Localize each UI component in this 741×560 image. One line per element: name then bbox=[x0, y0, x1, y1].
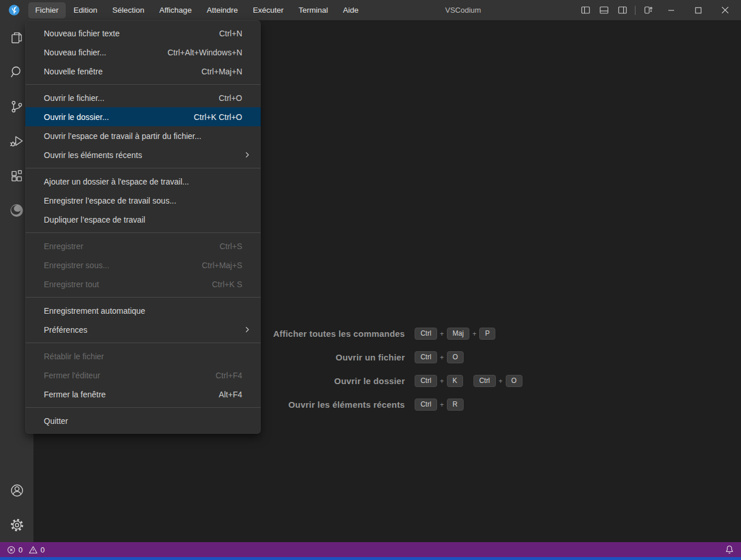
keyboard-key: O bbox=[506, 375, 522, 387]
menu-item-label: Fermer l'éditeur bbox=[44, 371, 100, 380]
menu-item-new-file[interactable]: Nouveau fichier...Ctrl+Alt+Windows+N bbox=[25, 43, 261, 62]
menu-item-label: Nouvelle fenêtre bbox=[44, 67, 103, 76]
error-count: 0 bbox=[18, 546, 22, 554]
menu-separator bbox=[25, 407, 261, 408]
menu-item-label: Fermer la fenêtre bbox=[44, 390, 106, 399]
watermark-shortcut-keys: Ctrl+O bbox=[415, 351, 464, 363]
menu-separator bbox=[25, 297, 261, 298]
menu-item-shortcut: Ctrl+Maj+S bbox=[188, 261, 251, 270]
accounts-icon[interactable] bbox=[0, 473, 33, 508]
close-button[interactable] bbox=[712, 0, 739, 20]
error-icon bbox=[7, 546, 16, 554]
menu-item-open-file[interactable]: Ouvrir le fichier...Ctrl+O bbox=[25, 88, 261, 107]
keyboard-key: P bbox=[479, 328, 495, 340]
menu-item-label: Ouvrir les éléments récents bbox=[44, 151, 142, 160]
watermark-shortcut-keys: Ctrl+R bbox=[415, 399, 463, 411]
menu-item-quit[interactable]: Quitter bbox=[25, 411, 261, 430]
minimize-button[interactable] bbox=[657, 0, 684, 20]
menu-item-shortcut: Ctrl+S bbox=[206, 242, 251, 251]
keyboard-key: K bbox=[447, 375, 463, 387]
menu-item-label: Dupliquer l’espace de travail bbox=[44, 215, 145, 224]
toggle-panel-right-icon[interactable] bbox=[613, 0, 631, 20]
menu-item-save-workspace-as[interactable]: Enregistrer l’espace de travail sous... bbox=[25, 191, 261, 210]
keyboard-key: O bbox=[447, 351, 464, 363]
menu-item-save: EnregistrerCtrl+S bbox=[25, 236, 261, 255]
keyboard-key: Maj bbox=[447, 328, 469, 340]
warning-icon bbox=[29, 546, 37, 554]
bottom-accent-strip bbox=[0, 557, 741, 560]
titlebar: FichierEditionSélectionAffichageAtteindr… bbox=[0, 0, 741, 20]
menu-item-close-editor: Fermer l'éditeurCtrl+F4 bbox=[25, 366, 261, 385]
menu-separator bbox=[25, 343, 261, 343]
watermark-shortcut-label: Ouvrir les éléments récents bbox=[288, 400, 405, 409]
key-plus: + bbox=[440, 354, 444, 362]
menu-item-label: Ouvrir le dossier... bbox=[44, 112, 109, 122]
menu-item-shortcut: Ctrl+Maj+N bbox=[187, 67, 251, 76]
menubar-item-sélection[interactable]: Sélection bbox=[106, 2, 152, 18]
menu-item-shortcut: Ctrl+K Ctrl+O bbox=[180, 112, 251, 122]
menu-item-save-all: Enregistrer toutCtrl+K S bbox=[25, 275, 261, 294]
status-bar: 0 0 bbox=[0, 542, 741, 557]
menu-item-close-window[interactable]: Fermer la fenêtreAlt+F4 bbox=[25, 385, 261, 404]
key-plus: + bbox=[499, 377, 503, 385]
key-plus: + bbox=[440, 401, 444, 409]
keyboard-key: Ctrl bbox=[415, 375, 437, 387]
notifications-bell-icon[interactable] bbox=[725, 545, 734, 554]
menu-item-open-workspace-from-file[interactable]: Ouvrir l’espace de travail à partir du f… bbox=[25, 126, 261, 145]
menubar-item-exécuter[interactable]: Exécuter bbox=[246, 2, 290, 18]
vscodium-logo-icon bbox=[8, 4, 20, 16]
warning-count: 0 bbox=[40, 546, 44, 554]
menu-item-label: Enregistrer bbox=[44, 242, 83, 251]
menu-item-new-text-file[interactable]: Nouveau fichier texteCtrl+N bbox=[25, 24, 261, 43]
menu-item-shortcut: Ctrl+F4 bbox=[202, 371, 251, 380]
menubar-item-fichier[interactable]: Fichier bbox=[28, 2, 66, 18]
menubar-item-atteindre[interactable]: Atteindre bbox=[200, 2, 245, 18]
menu-item-label: Nouveau fichier... bbox=[44, 48, 106, 57]
watermark-shortcut-label: Afficher toutes les commandes bbox=[273, 329, 405, 339]
menubar-item-terminal[interactable]: Terminal bbox=[292, 2, 335, 18]
menu-item-open-folder[interactable]: Ouvrir le dossier...Ctrl+K Ctrl+O bbox=[25, 107, 261, 126]
menu-item-label: Ouvrir l’espace de travail à partir du f… bbox=[44, 131, 201, 141]
menu-item-open-recent[interactable]: Ouvrir les éléments récents bbox=[25, 145, 261, 164]
menu-separator bbox=[25, 232, 261, 233]
window-title: VSCodium bbox=[445, 0, 481, 20]
menu-item-shortcut: Alt+F4 bbox=[205, 390, 251, 399]
customize-layout-icon[interactable] bbox=[639, 0, 657, 20]
submenu-chevron-icon bbox=[243, 151, 251, 159]
menubar-item-aide[interactable]: Aide bbox=[336, 2, 366, 18]
titlebar-controls bbox=[576, 0, 741, 20]
settings-gear-icon[interactable] bbox=[0, 508, 33, 542]
menu-item-label: Ajouter un dossier à l'espace de travail… bbox=[44, 177, 189, 186]
menu-item-add-folder-to-workspace[interactable]: Ajouter un dossier à l'espace de travail… bbox=[25, 172, 261, 191]
menu-item-preferences[interactable]: Préférences bbox=[25, 320, 261, 339]
menu-item-save-as: Enregistrer sous...Ctrl+Maj+S bbox=[25, 255, 261, 275]
keyboard-key: Ctrl bbox=[415, 328, 437, 340]
menubar-item-affichage[interactable]: Affichage bbox=[152, 2, 198, 18]
keyboard-key: Ctrl bbox=[415, 351, 437, 363]
menu-item-shortcut: Ctrl+O bbox=[205, 93, 251, 103]
menu-separator bbox=[25, 168, 261, 168]
menu-item-label: Rétablir le fichier bbox=[44, 352, 104, 361]
menu-item-revert-file: Rétablir le fichier bbox=[25, 347, 261, 366]
toggle-panel-left-icon[interactable] bbox=[576, 0, 595, 20]
menu-item-label: Ouvrir le fichier... bbox=[44, 93, 104, 103]
key-plus: + bbox=[440, 330, 444, 338]
menu-item-auto-save[interactable]: Enregistrement automatique bbox=[25, 301, 261, 320]
submenu-chevron-icon bbox=[243, 325, 251, 334]
key-plus: + bbox=[440, 377, 444, 385]
menu-item-label: Enregistrer sous... bbox=[44, 261, 110, 270]
problems-status[interactable]: 0 0 bbox=[7, 546, 48, 554]
menu-item-shortcut: Ctrl+Alt+Windows+N bbox=[153, 48, 251, 57]
file-menu: Nouveau fichier texteCtrl+NNouveau fichi… bbox=[25, 20, 261, 434]
keyboard-key: Ctrl bbox=[473, 375, 496, 387]
menu-item-duplicate-workspace[interactable]: Dupliquer l’espace de travail bbox=[25, 210, 261, 229]
keyboard-key: Ctrl bbox=[415, 399, 437, 411]
toggle-panel-bottom-icon[interactable] bbox=[595, 0, 613, 20]
menu-item-label: Enregistrer l’espace de travail sous... bbox=[44, 196, 176, 205]
maximize-button[interactable] bbox=[684, 0, 712, 20]
menu-item-label: Enregistrer tout bbox=[44, 280, 99, 289]
menubar-item-edition[interactable]: Edition bbox=[67, 2, 104, 18]
menu-separator bbox=[25, 84, 261, 85]
watermark-shortcut-label: Ouvrir le dossier bbox=[334, 376, 405, 386]
menu-item-new-window[interactable]: Nouvelle fenêtreCtrl+Maj+N bbox=[25, 62, 261, 81]
